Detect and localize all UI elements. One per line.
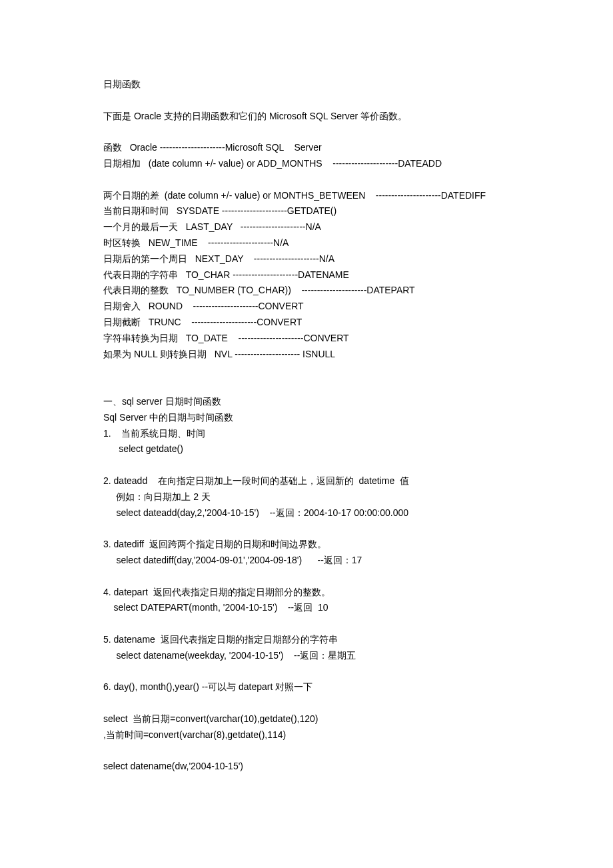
item-line: select datediff(day,'2004-09-01','2004-0… bbox=[103, 553, 510, 569]
function-row: 时区转换 NEW_TIME ---------------------N/A bbox=[103, 235, 510, 251]
item-line: 1. 当前系统日期、时间 bbox=[103, 426, 510, 442]
function-row: 代表日期的字符串 TO_CHAR ---------------------DA… bbox=[103, 267, 510, 283]
spacer bbox=[103, 695, 510, 711]
intro-text: 下面是 Oracle 支持的日期函数和它们的 Microsoft SQL Ser… bbox=[103, 109, 510, 125]
spacer bbox=[103, 569, 510, 585]
items-list: 1. 当前系统日期、时间 select getdate()2. dateadd … bbox=[103, 426, 510, 696]
item-line: 4. datepart 返回代表指定日期的指定日期部分的整数。 bbox=[103, 585, 510, 601]
function-row: 一个月的最后一天 LAST_DAY ---------------------N… bbox=[103, 219, 510, 235]
spacer bbox=[103, 457, 510, 473]
item-line: 2. dateadd 在向指定日期加上一段时间的基础上，返回新的 datetim… bbox=[103, 473, 510, 489]
item-line: select datename(weekday, '2004-10-15') -… bbox=[103, 648, 510, 664]
item-line: select dateadd(day,2,'2004-10-15') --返回：… bbox=[103, 505, 510, 521]
function-row: 日期相加 (date column +/- value) or ADD_MONT… bbox=[103, 156, 510, 172]
snippet-line: select datename(dw,'2004-10-15') bbox=[103, 759, 510, 775]
section-subtitle: Sql Server 中的日期与时间函数 bbox=[103, 410, 510, 426]
snippet-line: ,当前时间=convert(varchar(8),getdate(),114) bbox=[103, 727, 510, 743]
item-line: 3. datediff 返回跨两个指定日期的日期和时间边界数。 bbox=[103, 537, 510, 553]
spacer bbox=[103, 362, 510, 378]
item-line: 6. day(), month(),year() --可以与 datepart … bbox=[103, 679, 510, 695]
code-snippets: select 当前日期=convert(varchar(10),getdate(… bbox=[103, 711, 510, 775]
function-row: 日期后的第一个周日 NEXT_DAY ---------------------… bbox=[103, 251, 510, 267]
function-row: 日期截断 TRUNC ---------------------CONVERT bbox=[103, 315, 510, 331]
function-row: 两个日期的差 (date column +/- value) or MONTHS… bbox=[103, 188, 510, 204]
function-row: 如果为 NULL 则转换日期 NVL ---------------------… bbox=[103, 347, 510, 363]
function-row: 字符串转换为日期 TO_DATE ---------------------CO… bbox=[103, 331, 510, 347]
snippet-line: select 当前日期=convert(varchar(10),getdate(… bbox=[103, 711, 510, 727]
item-line: select getdate() bbox=[103, 441, 510, 457]
spacer bbox=[103, 743, 510, 759]
item-line: select DATEPART(month, '2004-10-15') --返… bbox=[103, 600, 510, 616]
spacer bbox=[103, 521, 510, 537]
section-title: 一、sql server 日期时间函数 bbox=[103, 394, 510, 410]
functions-header: 函数 Oracle ---------------------Microsoft… bbox=[103, 140, 510, 156]
item-line: 例如：向日期加上 2 天 bbox=[103, 489, 510, 505]
function-row: 日期舍入 ROUND ---------------------CONVERT bbox=[103, 299, 510, 315]
functions-list: 日期相加 (date column +/- value) or ADD_MONT… bbox=[103, 156, 510, 362]
function-row: 代表日期的整数 TO_NUMBER (TO_CHAR)) -----------… bbox=[103, 283, 510, 299]
spacer bbox=[103, 172, 510, 188]
item-line: 5. datename 返回代表指定日期的指定日期部分的字符串 bbox=[103, 632, 510, 648]
spacer bbox=[103, 663, 510, 679]
doc-title: 日期函数 bbox=[103, 77, 510, 93]
spacer bbox=[103, 124, 510, 140]
document-page: 日期函数 下面是 Oracle 支持的日期函数和它们的 Microsoft SQ… bbox=[0, 0, 613, 868]
spacer bbox=[103, 616, 510, 632]
spacer bbox=[103, 93, 510, 109]
spacer bbox=[103, 378, 510, 394]
function-row: 当前日期和时间 SYSDATE ---------------------GET… bbox=[103, 203, 510, 219]
